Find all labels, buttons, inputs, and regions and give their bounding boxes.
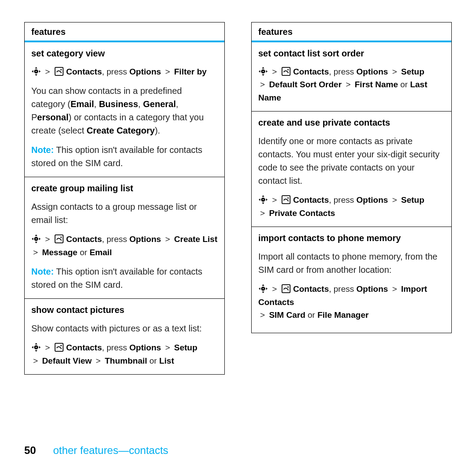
feature-title: create and use private contacts — [258, 116, 445, 129]
contacts-icon — [54, 234, 64, 244]
feature-note: Note: This option isn't available for co… — [31, 265, 218, 291]
feature-title: create group mailing list — [31, 182, 218, 195]
feature-title: import contacts to phone memory — [258, 231, 445, 245]
nav-path: > Contacts, press Options > Filter by — [31, 65, 218, 78]
feature-set-category-view: set category view > Contacts, press Opti… — [25, 42, 224, 177]
nav-path: > Contacts, press Options > Import Conta… — [258, 283, 445, 321]
feature-body: Assign contacts to a group message list … — [31, 200, 218, 227]
section-title: other features—contacts — [53, 444, 168, 456]
feature-body: You can show contacts in a predefined ca… — [31, 84, 218, 137]
nav-path: > Contacts, press Options > Setup > Defa… — [258, 65, 445, 104]
nav-key-icon — [31, 342, 41, 352]
feature-title: set contact list sort order — [258, 47, 445, 60]
feature-body: Import all contacts to phone memory, fro… — [258, 250, 445, 276]
col-header: features — [25, 22, 224, 42]
nav-key-icon — [258, 195, 268, 205]
page-footer: 50 other features—contacts — [24, 444, 168, 457]
contacts-icon — [54, 67, 64, 76]
nav-key-icon — [31, 67, 41, 76]
nav-key-icon — [258, 284, 268, 294]
page-number: 50 — [24, 444, 36, 456]
col-header: features — [252, 22, 451, 42]
features-table-left: features set category view > Contacts, p… — [24, 22, 225, 375]
feature-create-group-mailing-list: create group mailing list Assign contact… — [25, 177, 224, 299]
feature-note: Note: This option isn't available for co… — [31, 143, 218, 170]
nav-key-icon — [258, 67, 268, 76]
feature-body: Show contacts with pictures or as a text… — [31, 322, 218, 335]
contacts-icon — [281, 195, 291, 205]
contacts-icon — [54, 342, 64, 352]
feature-body: Identify one or more contacts as private… — [258, 134, 445, 187]
feature-show-contact-pictures: show contact pictures Show contacts with… — [25, 299, 224, 374]
feature-title: show contact pictures — [31, 303, 218, 316]
feature-title: set category view — [31, 47, 218, 60]
feature-private-contacts: create and use private contacts Identify… — [252, 112, 451, 227]
feature-import-contacts: import contacts to phone memory Import a… — [252, 227, 451, 328]
nav-path: > Contacts, press Options > Create List … — [31, 233, 218, 259]
nav-path: > Contacts, press Options > Setup > Priv… — [258, 193, 445, 219]
nav-key-icon — [31, 234, 41, 244]
contacts-icon — [281, 284, 291, 294]
nav-path: > Contacts, press Options > Setup > Defa… — [31, 341, 218, 367]
feature-sort-order: set contact list sort order > Contacts, … — [252, 42, 451, 112]
contacts-icon — [281, 67, 291, 76]
features-table-right: features set contact list sort order > C… — [251, 22, 452, 333]
